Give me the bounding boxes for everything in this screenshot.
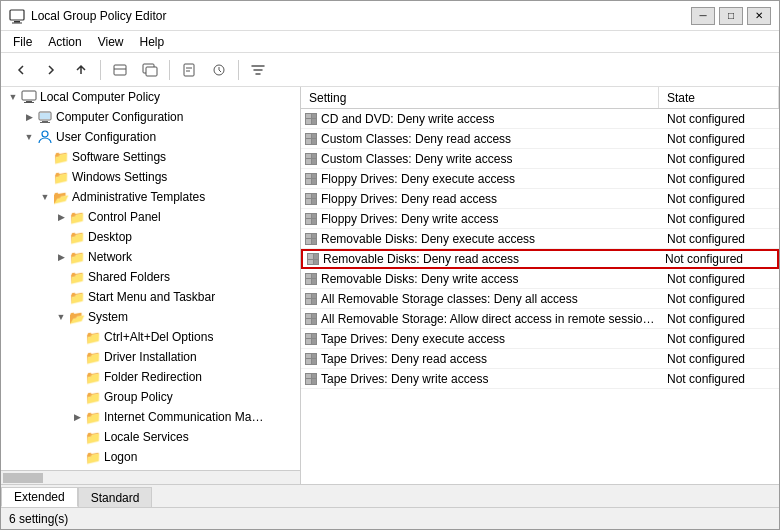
expander-icon: ▶ — [53, 209, 69, 225]
toolbar-forward[interactable] — [37, 57, 65, 83]
tree-label: Administrative Templates — [72, 190, 205, 204]
tree-node-network[interactable]: ▶ 📁 Network — [1, 247, 300, 267]
svg-point-15 — [42, 131, 48, 137]
toolbar-filter[interactable] — [244, 57, 272, 83]
list-row[interactable]: Removable Disks: Deny read accessNot con… — [301, 249, 779, 269]
tree-node-control-panel[interactable]: ▶ 📁 Control Panel — [1, 207, 300, 227]
toolbar-sep1 — [100, 60, 101, 80]
list-row[interactable]: Floppy Drives: Deny read accessNot confi… — [301, 189, 779, 209]
tree-node-driver-install[interactable]: ▶ 📁 Driver Installation — [1, 347, 300, 367]
state-cell: Not configured — [659, 370, 779, 388]
state-cell: Not configured — [657, 250, 777, 268]
tree-node-windows-settings[interactable]: ▶ 📁 Windows Settings — [1, 167, 300, 187]
tree-label: Ctrl+Alt+Del Options — [104, 330, 213, 344]
tree-node-start-menu[interactable]: ▶ 📁 Start Menu and Taskbar — [1, 287, 300, 307]
menu-bar: File Action View Help — [1, 31, 779, 53]
svg-rect-3 — [114, 65, 126, 75]
list-row[interactable]: Tape Drives: Deny write accessNot config… — [301, 369, 779, 389]
tree-node-internet-comm[interactable]: ▶ 📁 Internet Communication Managen — [1, 407, 300, 427]
toolbar-up[interactable] — [67, 57, 95, 83]
expander-icon: ▼ — [53, 309, 69, 325]
list-row[interactable]: Tape Drives: Deny execute accessNot conf… — [301, 329, 779, 349]
setting-grid-icon — [305, 273, 317, 285]
folder-icon: 📁 — [85, 369, 101, 385]
list-body[interactable]: CD and DVD: Deny write accessNot configu… — [301, 109, 779, 484]
tree-node-software-settings[interactable]: ▶ 📁 Software Settings — [1, 147, 300, 167]
main-content: ▼ Local Computer Policy ▶ — [1, 87, 779, 484]
setting-text: Tape Drives: Deny write access — [321, 372, 488, 386]
toolbar-properties[interactable] — [205, 57, 233, 83]
menu-file[interactable]: File — [5, 33, 40, 51]
list-row[interactable]: All Removable Storage: Allow direct acce… — [301, 309, 779, 329]
list-row[interactable]: Removable Disks: Deny write accessNot co… — [301, 269, 779, 289]
tree-node-folder-redirect[interactable]: ▶ 📁 Folder Redirection — [1, 367, 300, 387]
close-button[interactable]: ✕ — [747, 7, 771, 25]
state-cell: Not configured — [659, 310, 779, 328]
bottom-bar: Extended Standard 6 setting(s) — [1, 484, 779, 529]
list-row[interactable]: Floppy Drives: Deny write accessNot conf… — [301, 209, 779, 229]
state-cell: Not configured — [659, 130, 779, 148]
tree-label: Network — [88, 250, 132, 264]
setting-text: Removable Disks: Deny write access — [321, 272, 518, 286]
expander-icon: ▼ — [5, 89, 21, 105]
svg-rect-6 — [184, 64, 194, 76]
toolbar-export[interactable] — [175, 57, 203, 83]
toolbar-sep2 — [169, 60, 170, 80]
tree-node-local-computer-policy[interactable]: ▼ Local Computer Policy — [1, 87, 300, 107]
folder-icon: 📁 — [69, 229, 85, 245]
tree-node-user-config[interactable]: ▼ User Configuration — [1, 127, 300, 147]
main-window: Local Group Policy Editor ─ □ ✕ File Act… — [0, 0, 780, 530]
toolbar-new-window[interactable] — [136, 57, 164, 83]
tree-node-group-policy[interactable]: ▶ 📁 Group Policy — [1, 387, 300, 407]
tab-standard[interactable]: Standard — [78, 487, 153, 507]
tree-node-computer-config[interactable]: ▶ Computer Configuration — [1, 107, 300, 127]
toolbar-sep3 — [238, 60, 239, 80]
tree-label: Logon — [104, 450, 137, 464]
menu-action[interactable]: Action — [40, 33, 89, 51]
scrollbar-thumb[interactable] — [3, 473, 43, 483]
menu-view[interactable]: View — [90, 33, 132, 51]
expander-icon: ▼ — [21, 129, 37, 145]
list-row[interactable]: Custom Classes: Deny read accessNot conf… — [301, 129, 779, 149]
tree-horizontal-scrollbar[interactable] — [1, 470, 300, 484]
toolbar-show-hide[interactable] — [106, 57, 134, 83]
tree-node-system[interactable]: ▼ 📂 System — [1, 307, 300, 327]
tab-extended[interactable]: Extended — [1, 487, 78, 507]
setting-grid-icon — [305, 133, 317, 145]
tree-node-ctrl-alt-del[interactable]: ▶ 📁 Ctrl+Alt+Del Options — [1, 327, 300, 347]
tree-label: Windows Settings — [72, 170, 167, 184]
tree-node-desktop[interactable]: ▶ 📁 Desktop — [1, 227, 300, 247]
minimize-button[interactable]: ─ — [691, 7, 715, 25]
computer-icon — [21, 89, 37, 105]
maximize-button[interactable]: □ — [719, 7, 743, 25]
tree-node-logon[interactable]: ▶ 📁 Logon — [1, 447, 300, 467]
state-cell: Not configured — [659, 210, 779, 228]
list-row[interactable]: Floppy Drives: Deny execute accessNot co… — [301, 169, 779, 189]
list-row[interactable]: CD and DVD: Deny write accessNot configu… — [301, 109, 779, 129]
list-row[interactable]: All Removable Storage classes: Deny all … — [301, 289, 779, 309]
tree-node-locale-services[interactable]: ▶ 📁 Locale Services — [1, 427, 300, 447]
folder-icon: 📁 — [85, 349, 101, 365]
window-title: Local Group Policy Editor — [31, 9, 166, 23]
list-row[interactable]: Custom Classes: Deny write accessNot con… — [301, 149, 779, 169]
folder-icon: 📁 — [85, 329, 101, 345]
setting-grid-icon — [305, 173, 317, 185]
folder-icon: 📁 — [53, 149, 69, 165]
list-row[interactable]: Removable Disks: Deny execute accessNot … — [301, 229, 779, 249]
setting-grid-icon — [305, 353, 317, 365]
computer-small-icon — [37, 109, 53, 125]
setting-text: All Removable Storage: Allow direct acce… — [321, 312, 655, 326]
tree-scroll[interactable]: ▼ Local Computer Policy ▶ — [1, 87, 300, 470]
tree-label: Computer Configuration — [56, 110, 183, 124]
folder-icon: 📁 — [69, 269, 85, 285]
menu-help[interactable]: Help — [132, 33, 173, 51]
setting-text: Tape Drives: Deny read access — [321, 352, 487, 366]
svg-rect-9 — [26, 101, 32, 102]
toolbar-back[interactable] — [7, 57, 35, 83]
tree-label: Software Settings — [72, 150, 166, 164]
tree-node-admin-templates[interactable]: ▼ 📂 Administrative Templates — [1, 187, 300, 207]
column-header-state: State — [659, 87, 779, 108]
tree-node-shared-folders[interactable]: ▶ 📁 Shared Folders — [1, 267, 300, 287]
svg-rect-13 — [40, 122, 50, 123]
list-row[interactable]: Tape Drives: Deny read accessNot configu… — [301, 349, 779, 369]
